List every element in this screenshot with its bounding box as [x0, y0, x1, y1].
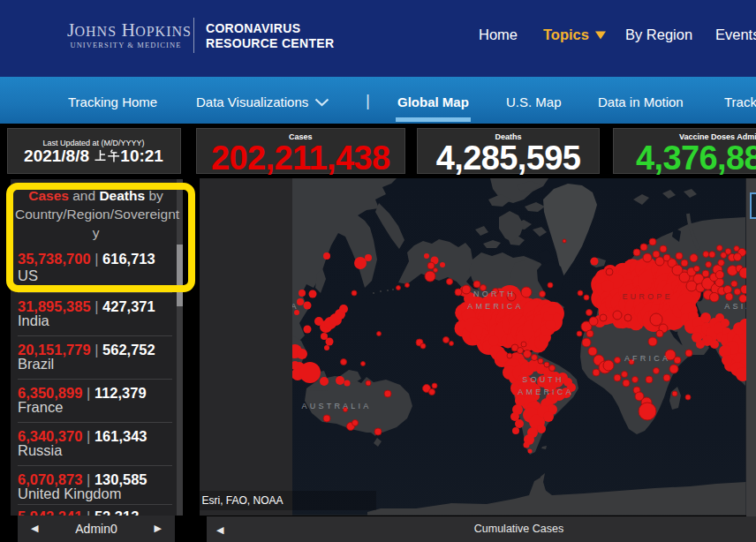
svg-text:AMERICA: AMERICA [467, 302, 523, 311]
svg-text:ASIA: ASIA [724, 302, 745, 311]
svg-text:AFRICA: AFRICA [624, 354, 670, 363]
svg-text:AMERICA: AMERICA [518, 388, 573, 396]
svg-text:SOUTH: SOUTH [522, 375, 564, 384]
svg-text:A: A [292, 302, 299, 311]
svg-text:NORTH: NORTH [473, 290, 516, 298]
svg-text:AUSTRALIA: AUSTRALIA [302, 402, 372, 410]
svg-text:EUROPE: EUROPE [622, 292, 672, 301]
